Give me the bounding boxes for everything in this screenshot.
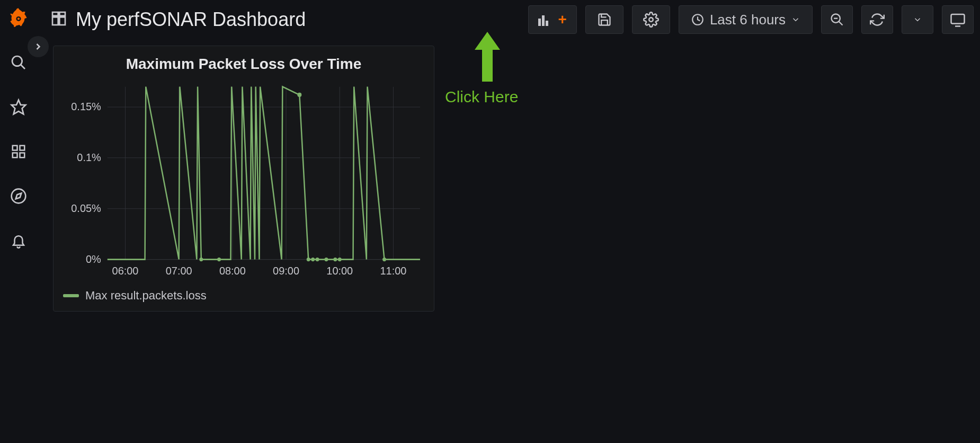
annotation-text: Click Here [445,88,518,106]
panel-title: Maximum Packet Loss Over Time [54,46,434,76]
svg-point-1 [12,56,22,66]
svg-rect-7 [20,153,25,158]
svg-line-2 [21,65,25,69]
svg-marker-9 [16,193,22,199]
svg-text:09:00: 09:00 [273,265,299,277]
svg-marker-54 [475,32,500,82]
svg-point-53 [382,258,386,261]
svg-point-50 [324,258,328,261]
svg-point-49 [316,258,319,261]
search-icon[interactable] [8,52,29,73]
chevron-down-icon [913,15,922,24]
svg-rect-4 [13,146,17,150]
svg-rect-12 [52,17,58,25]
svg-point-47 [307,258,310,261]
add-panel-button[interactable]: + [528,5,577,34]
svg-text:06:00: 06:00 [112,265,139,277]
compass-icon[interactable] [8,185,29,207]
save-button[interactable] [585,5,623,34]
svg-text:07:00: 07:00 [166,265,192,277]
svg-rect-10 [52,12,58,16]
refresh-menu-button[interactable] [902,5,933,34]
svg-text:11:00: 11:00 [380,265,407,277]
svg-point-48 [311,258,315,261]
svg-text:0%: 0% [86,253,101,264]
svg-point-8 [12,189,26,203]
svg-rect-22 [951,14,965,24]
zoom-out-button[interactable] [821,5,853,34]
chart-panel[interactable]: Maximum Packet Loss Over Time 0%0.05%0.1… [53,46,434,312]
toolbar: My perfSONAR Dashboard + Last 6 hours [50,5,974,34]
svg-rect-11 [59,12,65,16]
svg-point-17 [649,17,653,22]
settings-button[interactable] [632,5,670,34]
grafana-logo-icon[interactable] [8,7,29,29]
svg-rect-15 [542,15,545,26]
dashboard-title[interactable]: My perfSONAR Dashboard [76,8,306,31]
refresh-button[interactable] [861,5,893,34]
svg-point-46 [217,258,221,261]
svg-point-45 [199,258,203,261]
svg-point-44 [297,93,301,97]
legend-swatch [63,294,79,297]
svg-text:0.1%: 0.1% [77,152,101,163]
chevron-down-icon [791,15,800,24]
svg-rect-13 [59,17,65,25]
chart-plot-area[interactable]: 0%0.05%0.1%0.15%06:0007:0008:0009:0010:0… [62,76,425,283]
svg-line-20 [839,22,843,25]
star-icon[interactable] [8,96,29,118]
svg-text:08:00: 08:00 [219,265,246,277]
chart-legend[interactable]: Max result.packets.loss [54,283,434,311]
svg-point-51 [333,258,337,261]
nav-rail [0,0,37,443]
legend-label: Max result.packets.loss [85,289,207,303]
svg-text:0.05%: 0.05% [71,202,101,214]
time-range-label: Last 6 hours [710,12,786,28]
dashboard-grid-icon[interactable] [50,10,67,29]
bell-icon[interactable] [8,230,29,251]
tv-mode-button[interactable] [942,5,974,34]
time-range-button[interactable]: Last 6 hours [679,5,813,34]
svg-text:10:00: 10:00 [326,265,353,277]
expand-sidebar-button[interactable] [28,36,49,57]
svg-text:0.15%: 0.15% [71,101,101,112]
svg-rect-6 [13,153,17,158]
title-block: My perfSONAR Dashboard [50,8,520,31]
annotation: Click Here [445,32,583,117]
svg-rect-14 [538,19,541,26]
svg-marker-3 [12,100,26,114]
svg-rect-5 [20,146,25,150]
apps-icon[interactable] [8,141,29,162]
svg-point-52 [338,258,342,261]
svg-rect-16 [546,21,548,26]
